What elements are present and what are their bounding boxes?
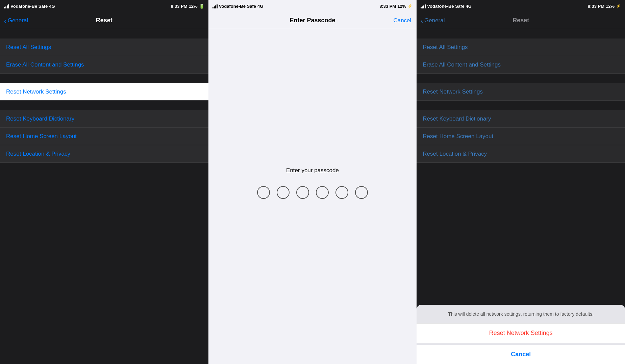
section-gap-r2: [417, 74, 625, 83]
status-right-right: 8:33 PM 12% ⚡: [588, 4, 621, 9]
item-right-reset-location[interactable]: Reset Location & Privacy: [417, 145, 625, 163]
nav-bar-middle: Enter Passcode Cancel: [208, 12, 417, 29]
nav-title-right: Reset: [512, 17, 529, 24]
alert-action-button[interactable]: Reset Network Settings: [417, 323, 625, 343]
passcode-dot-3: [296, 186, 309, 199]
passcode-dot-5: [335, 186, 348, 199]
status-left-right: Vodafone-Be Safe 4G: [421, 4, 472, 9]
section-gap-1: [0, 29, 208, 38]
carrier-right: Vodafone-Be Safe: [427, 4, 464, 9]
time-right: 8:33 PM: [588, 4, 604, 9]
back-label-right: General: [424, 17, 445, 24]
nav-title-middle: Enter Passcode: [290, 17, 335, 24]
item-right-reset-network[interactable]: Reset Network Settings: [417, 83, 625, 101]
item-right-erase-all[interactable]: Erase All Content and Settings: [417, 56, 625, 74]
item-reset-network[interactable]: Reset Network Settings: [0, 83, 208, 101]
time-middle: 8:33 PM: [379, 4, 396, 9]
battery-middle: 12%: [397, 4, 406, 9]
section-gap-2: [0, 74, 208, 83]
nav-bar-right: ‹ General Reset: [417, 12, 625, 29]
nav-title-left: Reset: [96, 17, 112, 24]
battery-icon-right: ⚡: [616, 4, 621, 8]
battery-icon-middle: ⚡: [407, 4, 412, 8]
carrier-middle: Vodafone-Be Safe: [219, 4, 256, 9]
passcode-dot-2: [277, 186, 290, 199]
item-right-reset-all[interactable]: Reset All Settings: [417, 38, 625, 56]
status-bar-left: Vodafone-Be Safe 4G 8:33 PM 12% 🔋: [0, 0, 208, 12]
passcode-prompt: Enter your passcode: [286, 167, 339, 174]
back-label-left: General: [8, 17, 28, 24]
passcode-dot-1: [257, 186, 270, 199]
status-bar-right: Vodafone-Be Safe 4G 8:33 PM 12% ⚡: [417, 0, 625, 12]
status-left-middle: Vodafone-Be Safe 4G: [212, 4, 264, 9]
network-label: 4G: [49, 4, 55, 9]
signal-icon-right: [421, 4, 426, 8]
passcode-dot-4: [316, 186, 329, 199]
back-button-right[interactable]: ‹ General: [421, 17, 445, 24]
item-right-reset-home[interactable]: Reset Home Screen Layout: [417, 128, 625, 145]
nav-bar-left: ‹ General Reset: [0, 12, 208, 29]
panel-right: Vodafone-Be Safe 4G 8:33 PM 12% ⚡ ‹ Gene…: [417, 0, 625, 364]
status-right: 8:33 PM 12% 🔋: [171, 4, 204, 9]
battery-right: 12%: [606, 4, 615, 9]
back-button-left[interactable]: ‹ General: [4, 17, 28, 24]
network-middle: 4G: [257, 4, 263, 9]
passcode-dots: [257, 186, 368, 199]
chevron-left-icon: ‹: [4, 17, 6, 24]
item-reset-location[interactable]: Reset Location & Privacy: [0, 145, 208, 163]
passcode-dot-6: [355, 186, 368, 199]
alert-box: This will delete all network settings, r…: [417, 305, 625, 364]
panel-left: Vodafone-Be Safe 4G 8:33 PM 12% 🔋 ‹ Gene…: [0, 0, 208, 364]
settings-list-left: Reset All Settings Erase All Content and…: [0, 29, 208, 364]
cancel-button[interactable]: Cancel: [393, 17, 411, 24]
item-reset-keyboard[interactable]: Reset Keyboard Dictionary: [0, 110, 208, 128]
section-gap-r3: [417, 101, 625, 110]
alert-cancel-button[interactable]: Cancel: [417, 343, 625, 364]
signal-icon-middle: [212, 4, 218, 8]
status-right-middle: 8:33 PM 12% ⚡: [379, 4, 412, 9]
signal-icon: [4, 4, 9, 8]
status-left: Vodafone-Be Safe 4G: [4, 4, 55, 9]
chevron-left-icon-right: ‹: [421, 17, 423, 24]
status-bar-middle: Vodafone-Be Safe 4G 8:33 PM 12% ⚡: [208, 0, 417, 12]
section-gap-r1: [417, 29, 625, 38]
item-erase-all[interactable]: Erase All Content and Settings: [0, 56, 208, 74]
panel-middle: Vodafone-Be Safe 4G 8:33 PM 12% ⚡ Enter …: [208, 0, 417, 364]
time-label: 8:33 PM: [171, 4, 188, 9]
alert-message: This will delete all network settings, r…: [417, 305, 625, 323]
carrier-label: Vodafone-Be Safe: [10, 4, 48, 9]
item-reset-all-settings[interactable]: Reset All Settings: [0, 38, 208, 56]
battery-label: 12%: [189, 4, 198, 9]
battery-icon: 🔋: [199, 4, 204, 9]
section-gap-3: [0, 101, 208, 110]
passcode-body: Enter your passcode: [208, 29, 417, 364]
item-right-reset-keyboard[interactable]: Reset Keyboard Dictionary: [417, 110, 625, 128]
alert-overlay: This will delete all network settings, r…: [417, 305, 625, 364]
network-right: 4G: [466, 4, 472, 9]
item-reset-home[interactable]: Reset Home Screen Layout: [0, 128, 208, 145]
